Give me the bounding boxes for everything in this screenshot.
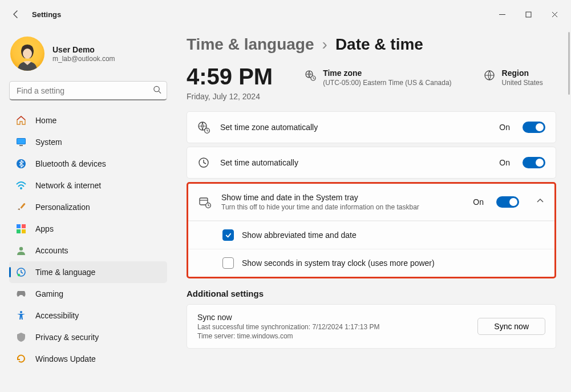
svg-rect-11 [17,224,21,228]
user-name: User Demo [52,45,115,54]
toggle-switch[interactable] [523,157,545,168]
timezone-value: (UTC-05:00) Eastern Time (US & Canada) [323,79,451,87]
maximize-button[interactable] [515,5,541,23]
row-label: Set time zone automatically [220,123,489,132]
chevron-up-icon[interactable] [536,197,544,207]
row-label: Show time and date in the System tray [221,193,463,202]
region-title: Region [502,68,543,78]
user-email: m_lab@outlook.com [52,55,115,63]
window-title: Settings [32,10,489,19]
accounts-icon [16,245,26,256]
system-icon [16,137,26,147]
sync-server: Time server: time.windows.com [197,332,477,340]
svg-rect-13 [17,229,21,233]
sidebar-item-label: Accessibility [35,311,79,320]
sidebar-item-label: Windows Update [35,354,96,363]
avatar [10,37,44,71]
sidebar-item-label: Apps [35,224,54,233]
svg-rect-7 [19,145,23,146]
sidebar-item-label: Gaming [35,289,63,298]
gaming-icon [16,289,26,299]
sidebar-item-personalization[interactable]: Personalization [9,196,167,218]
minimize-button[interactable] [489,5,515,23]
close-button[interactable] [541,5,568,23]
toggle-state: On [499,123,510,132]
toggle-state: On [473,197,484,207]
checkbox-unchecked[interactable] [222,257,234,269]
sidebar-item-time[interactable]: Time & language [9,261,167,283]
checkbox-checked[interactable] [222,229,234,241]
update-icon [16,354,26,364]
page-title: Date & time [335,35,423,54]
timezone-title: Time zone [323,68,451,78]
row-seconds[interactable]: Show seconds in system tray clock (uses … [188,249,554,277]
sidebar-item-bluetooth[interactable]: Bluetooth & devices [9,153,167,175]
sidebar-item-label: Time & language [35,268,95,277]
privacy-icon [16,332,26,342]
systray-group: Show time and date in the System tray Tu… [187,182,556,278]
apps-icon [16,224,26,234]
row-time-auto[interactable]: Set time automatically On [187,147,556,179]
bluetooth-icon [16,159,26,169]
sidebar-item-gaming[interactable]: Gaming [9,283,167,305]
personalization-icon [16,202,26,212]
search-icon [153,86,161,96]
svg-point-2 [23,49,32,59]
sidebar-item-label: Accounts [35,246,68,255]
user-profile[interactable]: User Demo m_lab@outlook.com [9,33,167,81]
sync-title: Sync now [197,313,477,322]
sidebar-item-accounts[interactable]: Accounts [9,240,167,261]
sync-last: Last successful time synchronization: 7/… [197,323,477,331]
sidebar-item-label: Privacy & security [35,333,99,342]
sidebar-item-label: Home [35,116,56,125]
back-button[interactable] [10,9,22,20]
row-label: Show seconds in system tray clock (uses … [242,258,435,268]
svg-point-18 [20,311,22,313]
toggle-switch[interactable] [496,196,519,208]
sync-now-button[interactable]: Sync now [477,318,545,335]
sidebar-item-home[interactable]: Home [9,110,167,131]
sidebar-item-apps[interactable]: Apps [9,218,167,240]
sidebar-item-label: Bluetooth & devices [35,159,106,168]
svg-point-3 [154,86,159,91]
taskbar-clock-icon [199,196,211,208]
row-systray[interactable]: Show time and date in the System tray Tu… [188,184,554,221]
sidebar-item-system[interactable]: System [9,131,167,153]
home-icon [16,115,26,126]
svg-point-15 [19,247,23,250]
sidebar-item-accessibility[interactable]: Accessibility [9,305,167,326]
svg-line-4 [159,91,161,94]
row-label: Show abbreviated time and date [242,231,357,240]
sidebar-item-network[interactable]: Network & internet [9,175,167,196]
row-abbrev[interactable]: Show abbreviated time and date [188,221,554,249]
svg-rect-1 [526,12,531,17]
timezone-block[interactable]: Time zone (UTC-05:00) Eastern Time (US &… [305,64,451,87]
sidebar-item-label: Network & internet [35,181,101,190]
breadcrumb: Time & language › Date & time [187,35,556,54]
svg-point-17 [18,274,21,277]
region-value: United States [502,79,543,87]
row-tz-auto[interactable]: Set time zone automatically On [187,111,556,143]
breadcrumb-parent[interactable]: Time & language [187,35,314,54]
svg-rect-6 [17,139,25,144]
accessibility-icon [16,310,26,321]
svg-rect-12 [22,224,26,228]
sidebar-item-update[interactable]: Windows Update [9,348,167,370]
svg-point-9 [20,187,22,189]
clock-icon [197,156,210,169]
row-label: Set time automatically [220,158,489,167]
search-input[interactable] [9,81,167,100]
scrollbar[interactable] [568,32,570,95]
sidebar-item-privacy[interactable]: Privacy & security [9,326,167,348]
toggle-switch[interactable] [523,122,545,133]
toggle-state: On [499,158,510,167]
current-date: Friday, July 12, 2024 [187,92,273,101]
region-block[interactable]: Region United States [484,64,543,87]
row-sublabel: Turn this off to hide your time and date… [221,203,463,211]
globe-icon [484,70,495,81]
svg-rect-10 [20,203,25,209]
sidebar-item-label: System [35,138,62,147]
globe-clock-icon [197,121,210,134]
svg-rect-14 [22,229,26,233]
chevron-right-icon: › [322,35,327,54]
